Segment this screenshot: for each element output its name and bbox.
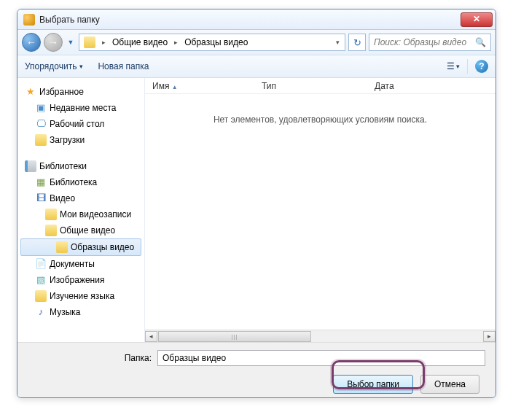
tree-lib-video[interactable]: 🎞Видео xyxy=(17,190,144,206)
tree-lib-biblioteka[interactable]: ▦Библиотека xyxy=(17,174,144,190)
view-menu[interactable]: ☰ ▾ xyxy=(447,61,460,71)
folder-icon xyxy=(35,290,47,302)
tree-libraries[interactable]: Библиотеки xyxy=(17,158,144,174)
video-icon: 🎞 xyxy=(35,192,47,204)
folder-icon xyxy=(35,134,47,146)
forward-button[interactable]: → xyxy=(44,33,63,52)
nav-history-dropdown[interactable]: ▼ xyxy=(66,33,76,52)
help-button[interactable]: ? xyxy=(475,60,488,73)
separator xyxy=(467,59,468,74)
refresh-button[interactable]: ↻ xyxy=(348,34,366,51)
tree-favorites[interactable]: ★Избранное xyxy=(17,84,144,100)
folder-label: Папка: xyxy=(28,353,152,363)
desktop-icon: 🖵 xyxy=(35,118,47,130)
folder-icon xyxy=(84,36,95,48)
window-title: Выбрать папку xyxy=(39,15,461,25)
refresh-icon: ↻ xyxy=(353,37,361,48)
tree-desktop[interactable]: 🖵Рабочий стол xyxy=(17,116,144,132)
organize-menu[interactable]: Упорядочить ▾ xyxy=(25,61,83,71)
folder-icon xyxy=(45,225,57,236)
tree-images[interactable]: ▧Изображения xyxy=(17,272,144,288)
breadcrumb-arrow-icon: ▸ xyxy=(100,39,108,46)
file-list: Имя ▲ Тип Дата Нет элементов, удовлетвор… xyxy=(145,78,496,342)
libraries-icon xyxy=(25,160,36,172)
address-dropdown-icon[interactable]: ▾ xyxy=(334,39,342,46)
documents-icon: 📄 xyxy=(35,258,47,270)
body: ★Избранное ▣Недавние места 🖵Рабочий стол… xyxy=(17,78,496,342)
scroll-right-button[interactable]: ▸ xyxy=(483,331,496,342)
address-bar[interactable]: ▸ Общие видео ▸ Образцы видео ▾ xyxy=(79,34,345,51)
sort-asc-icon: ▲ xyxy=(172,84,178,90)
scroll-thumb[interactable]: ||| xyxy=(158,331,311,342)
search-placeholder: Поиск: Образцы видео xyxy=(374,37,466,47)
images-icon: ▧ xyxy=(35,274,47,286)
cancel-button[interactable]: Отмена xyxy=(420,375,479,394)
tree-music[interactable]: ♪Музыка xyxy=(17,304,144,320)
horizontal-scrollbar[interactable]: ◂ ||| ▸ xyxy=(145,330,496,342)
tree-recent[interactable]: ▣Недавние места xyxy=(17,100,144,116)
folder-icon xyxy=(45,209,57,220)
tree-my-video[interactable]: Мои видеозаписи xyxy=(17,206,144,222)
tree-documents[interactable]: 📄Документы xyxy=(17,256,144,272)
recent-icon: ▣ xyxy=(35,102,47,114)
folder-name-input[interactable] xyxy=(157,350,485,366)
tree-study[interactable]: Изучение языка xyxy=(17,288,144,304)
titlebar: Выбрать папку ✕ xyxy=(17,9,496,30)
close-button[interactable]: ✕ xyxy=(461,12,493,27)
empty-message: Нет элементов, удовлетворяющих условиям … xyxy=(145,114,496,125)
nav-tree: ★Избранное ▣Недавние места 🖵Рабочий стол… xyxy=(17,78,145,342)
star-icon: ★ xyxy=(25,86,36,98)
back-button[interactable]: ← xyxy=(22,33,41,52)
tree-common-video[interactable]: Общие видео xyxy=(17,222,144,238)
footer: Папка: Выбор папки Отмена xyxy=(17,342,496,398)
nav-bar: ← → ▼ ▸ Общие видео ▸ Образцы видео ▾ ↻ … xyxy=(17,30,496,55)
breadcrumb-arrow-icon: ▸ xyxy=(172,39,180,46)
col-date[interactable]: Дата xyxy=(367,81,496,91)
scroll-left-button[interactable]: ◂ xyxy=(145,331,157,342)
tree-samples-video[interactable]: Образцы видео xyxy=(20,238,141,256)
library-icon: ▦ xyxy=(35,176,47,188)
select-folder-button[interactable]: Выбор папки xyxy=(333,375,413,394)
tree-downloads[interactable]: Загрузки xyxy=(17,132,144,148)
dialog-window: Выбрать папку ✕ ← → ▼ ▸ Общие видео ▸ Об… xyxy=(17,9,496,398)
breadcrumb-segment[interactable]: Образцы видео xyxy=(180,34,252,50)
search-input[interactable]: Поиск: Образцы видео 🔍 xyxy=(369,34,491,51)
music-icon: ♪ xyxy=(35,306,47,318)
new-folder-button[interactable]: Новая папка xyxy=(98,61,149,71)
view-icon: ☰ xyxy=(447,61,455,71)
folder-icon xyxy=(56,241,68,253)
col-name[interactable]: Имя ▲ xyxy=(145,81,254,91)
app-icon xyxy=(23,14,35,26)
toolbar: Упорядочить ▾ Новая папка ☰ ▾ ? xyxy=(17,55,496,78)
col-type[interactable]: Тип xyxy=(254,81,367,91)
breadcrumb-segment[interactable]: Общие видео xyxy=(108,34,172,50)
column-headers: Имя ▲ Тип Дата xyxy=(145,78,496,94)
search-icon: 🔍 xyxy=(475,37,486,47)
